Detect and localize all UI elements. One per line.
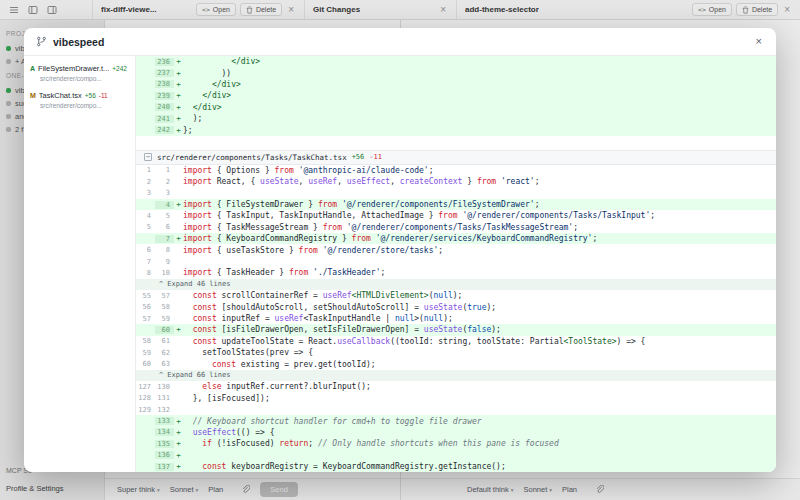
additions-count: +56	[85, 92, 96, 99]
code-text: import { TaskMessageStream } from '@/ren…	[183, 223, 776, 232]
file-list-item[interactable]: MTaskChat.tsx+56-11src/renderer/compo...	[30, 91, 129, 109]
new-line-number: 242	[155, 126, 174, 134]
diff-marker: +	[174, 80, 183, 89]
expand-lines-button[interactable]: ^Expand 46 lines	[136, 279, 776, 290]
file-status-badge: M	[30, 92, 36, 99]
diff-line: 128131 }, [isFocused]);	[136, 393, 776, 404]
file-path: src/renderer/compo...	[40, 102, 129, 109]
new-line-number: 4	[155, 201, 174, 209]
file-name: TaskChat.tsx	[39, 91, 82, 100]
file-deletions: -11	[369, 153, 382, 161]
code-text: </div>	[183, 103, 776, 112]
diff-line: 56import { TaskMessageStream } from '@/r…	[136, 222, 776, 233]
old-line-number: 127	[136, 383, 155, 391]
diff-marker: +	[174, 126, 183, 135]
new-line-number: 10	[155, 269, 174, 277]
close-icon[interactable]: ×	[754, 36, 764, 47]
code-text: </div>	[183, 80, 776, 89]
diff-marker: +	[174, 103, 183, 112]
new-line-number: 241	[155, 115, 174, 123]
diff-marker: +	[174, 114, 183, 123]
new-line-number: 3	[155, 189, 174, 197]
diff-line: 133+ // Keyboard shortcut handler for cm…	[136, 415, 776, 426]
diff-file-name: src/renderer/components/Tasks/TaskChat.t…	[157, 153, 347, 162]
new-line-number: 131	[155, 394, 174, 402]
diff-line: 5557 const scrollContainerRef = useRef<H…	[136, 290, 776, 301]
diff-marker: +	[174, 91, 183, 100]
code-text: import { TaskHeader } from './TaskHeader…	[183, 268, 776, 277]
git-changes-modal: vibespeed × AFileSystemDrawer.t...+242sr…	[24, 28, 776, 472]
old-line-number: 3	[136, 189, 155, 197]
diff-line: 7+import { KeyboardCommandRegistry } fro…	[136, 233, 776, 244]
diff-marker: +	[174, 428, 183, 437]
new-line-number: 58	[155, 303, 174, 311]
code-text: // Keyboard shortcut handler for cmd+h t…	[183, 417, 776, 426]
new-line-number: 130	[155, 383, 174, 391]
code-text: const [shouldAutoScroll, setShouldAutoSc…	[183, 303, 776, 312]
code-text: ))	[183, 69, 776, 78]
old-line-number: 59	[136, 349, 155, 357]
diff-line: 240+ </div>	[136, 102, 776, 113]
old-line-number: 7	[136, 258, 155, 266]
diff-line: 137+ const keyboardRegistry = KeyboardCo…	[136, 461, 776, 472]
chevron-up-icon: ^	[159, 371, 163, 379]
diff-line: 135+ if (!isFocused) return; // Only han…	[136, 438, 776, 449]
new-line-number: 60	[155, 326, 174, 334]
diff-line: 4+import { FileSystemDrawer } from '@/re…	[136, 199, 776, 210]
new-line-number: 62	[155, 349, 174, 357]
new-line-number: 8	[155, 246, 174, 254]
diff-marker: +	[174, 69, 183, 78]
code-text: if (!isFocused) return; // Only handle s…	[183, 439, 776, 448]
file-status-badge: A	[30, 65, 35, 72]
new-line-number: 239	[155, 92, 174, 100]
new-line-number: 9	[155, 258, 174, 266]
old-line-number: 128	[136, 394, 155, 402]
expand-lines-button[interactable]: ^Expand 66 lines	[136, 370, 776, 381]
code-text: const scrollContainerRef = useRef<HTMLDi…	[183, 291, 776, 300]
old-line-number: 60	[136, 360, 155, 368]
code-text: import { Options } from '@anthropic-ai/c…	[183, 166, 776, 175]
new-line-number: 134	[155, 428, 174, 436]
code-text: import { KeyboardCommandRegistry } from …	[183, 234, 776, 243]
diff-view: 236+ </div>237+ ))238+ </div>239+ </div>…	[136, 56, 776, 472]
file-name: FileSystemDrawer.t...	[38, 64, 109, 73]
file-list-item[interactable]: AFileSystemDrawer.t...+242src/renderer/c…	[30, 64, 129, 82]
new-line-number: 2	[155, 178, 174, 186]
code-text: else inputRef.current?.blurInput();	[183, 382, 776, 391]
diff-line: 45import { TaskInput, TaskInputHandle, A…	[136, 210, 776, 221]
collapse-icon[interactable]: −	[144, 153, 152, 161]
new-line-number: 57	[155, 292, 174, 300]
new-line-number: 61	[155, 337, 174, 345]
diff-line: 129132	[136, 404, 776, 415]
diff-line: 5759 const inputRef = useRef<TaskInputHa…	[136, 313, 776, 324]
file-additions: +56	[352, 153, 365, 161]
code-text: const keyboardRegistry = KeyboardCommand…	[183, 462, 776, 471]
file-path: src/renderer/compo...	[40, 75, 129, 82]
additions-count: +242	[112, 65, 127, 72]
modal-header: vibespeed ×	[24, 28, 776, 56]
new-line-number: 63	[155, 360, 174, 368]
diff-marker: +	[174, 57, 183, 66]
diff-line: 136+	[136, 450, 776, 461]
code-text: };	[183, 126, 776, 135]
old-line-number: 58	[136, 337, 155, 345]
git-branch-icon	[36, 36, 47, 47]
code-text: const updateToolState = React.useCallbac…	[183, 337, 776, 346]
diff-line: 239+ </div>	[136, 90, 776, 101]
modal-file-list: AFileSystemDrawer.t...+242src/renderer/c…	[24, 56, 136, 472]
code-text: const existing = prev.get(toolId);	[183, 360, 776, 369]
new-line-number: 59	[155, 315, 174, 323]
new-line-number: 136	[155, 451, 174, 459]
expand-label: Expand 46 lines	[167, 280, 230, 288]
new-line-number: 238	[155, 80, 174, 88]
diff-line: 238+ </div>	[136, 79, 776, 90]
old-line-number: 1	[136, 166, 155, 174]
modal-body: AFileSystemDrawer.t...+242src/renderer/c…	[24, 56, 776, 472]
diff-line: 127130 else inputRef.current?.blurInput(…	[136, 381, 776, 392]
diff-file-header[interactable]: −src/renderer/components/Tasks/TaskChat.…	[136, 150, 776, 165]
new-line-number: 236	[155, 58, 174, 66]
code-text: );	[183, 114, 776, 123]
old-line-number: 2	[136, 178, 155, 186]
diff-marker: +	[174, 234, 183, 243]
new-line-number: 133	[155, 417, 174, 425]
